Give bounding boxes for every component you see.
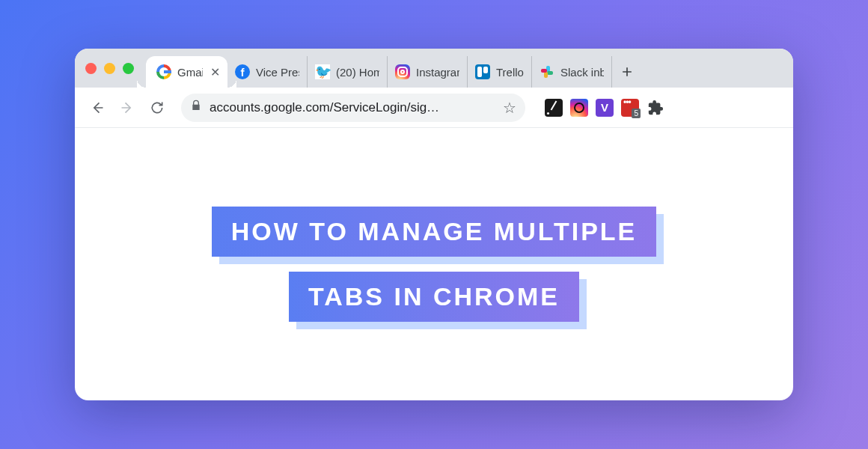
plus-icon — [620, 64, 635, 79]
maximize-window-button[interactable] — [123, 63, 134, 74]
extension-lastpass[interactable]: 5 — [621, 99, 639, 117]
minimize-window-button[interactable] — [104, 63, 115, 74]
tab-label: Vice President — [256, 66, 299, 79]
headline-text: How to manage multiple — [212, 207, 657, 257]
trello-icon — [475, 64, 490, 79]
tab-twitter[interactable]: 🐦 (20) Home — [308, 56, 388, 88]
tab-trello[interactable]: Trello — [468, 56, 532, 88]
bookmark-star-icon[interactable]: ☆ — [503, 99, 516, 117]
tab-label: (20) Home — [336, 66, 379, 79]
facebook-icon: f — [235, 64, 250, 79]
puzzle-icon — [647, 100, 664, 116]
tab-instagram[interactable]: Instagram — [388, 56, 468, 88]
page-content: How to manage multiple tabs in Chrome — [75, 128, 793, 400]
tab-strip: Gmail ✕ f Vice President 🐦 (20) Home Ins… — [75, 49, 793, 88]
tab-slack[interactable]: Slack inbox — [532, 56, 612, 88]
headline-line-2: tabs in Chrome — [289, 272, 579, 322]
close-tab-icon[interactable]: ✕ — [210, 65, 220, 79]
forward-button[interactable] — [115, 96, 139, 120]
reload-button[interactable] — [145, 96, 169, 120]
tab-label: Instagram — [416, 66, 459, 79]
headline-line-1: How to manage multiple — [212, 207, 657, 257]
tab-gmail[interactable]: Gmail ✕ — [146, 56, 227, 88]
twitter-icon: 🐦 — [315, 64, 330, 79]
extension-instagram[interactable] — [570, 99, 588, 117]
headline-text: tabs in Chrome — [289, 272, 579, 322]
tab-label: Slack inbox — [560, 66, 604, 79]
new-tab-button[interactable] — [612, 56, 642, 88]
url-text: accounts.google.com/ServiceLogin/sig… — [210, 100, 495, 115]
slack-icon — [540, 64, 554, 79]
extension-color-picker[interactable] — [545, 99, 563, 117]
arrow-right-icon — [120, 100, 135, 115]
arrow-left-icon — [90, 100, 105, 115]
extension-badge: 5 — [632, 109, 641, 118]
google-icon — [156, 64, 171, 79]
back-button[interactable] — [85, 96, 109, 120]
reload-icon — [150, 100, 165, 115]
tab-label: Trello — [496, 66, 524, 79]
browser-window: Gmail ✕ f Vice President 🐦 (20) Home Ins… — [75, 49, 793, 400]
extensions-area: V 5 — [545, 99, 664, 117]
address-bar[interactable]: accounts.google.com/ServiceLogin/sig… ☆ — [181, 94, 525, 122]
extensions-menu-button[interactable] — [647, 99, 664, 117]
instagram-icon — [395, 64, 410, 79]
lock-icon — [190, 100, 202, 115]
tab-facebook[interactable]: f Vice President — [227, 56, 308, 88]
extension-v[interactable]: V — [596, 99, 614, 117]
close-window-button[interactable] — [85, 63, 97, 74]
tab-label: Gmail — [177, 66, 203, 79]
toolbar: accounts.google.com/ServiceLogin/sig… ☆ … — [75, 88, 793, 128]
